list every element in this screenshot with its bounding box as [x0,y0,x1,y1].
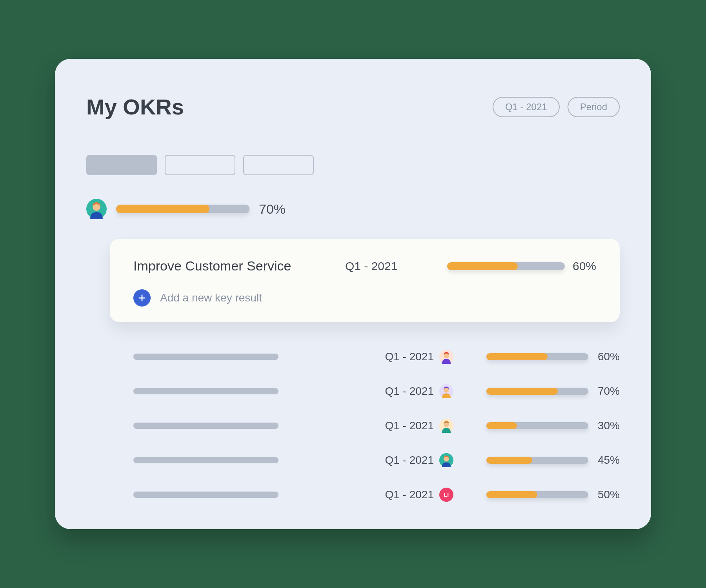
overall-progress-fill [116,205,209,213]
key-result-progress-percent: 30% [596,419,620,432]
objective-progress-percent: 60% [573,260,596,273]
key-result-title-placeholder [133,354,278,360]
key-result-progress-bar [486,353,588,360]
add-key-result-label: Add a new key result [160,292,262,304]
key-result-period: Q1 - 2021 [385,419,434,432]
okr-dashboard-card: My OKRs Q1 - 2021 Period 70% Improve Cus… [55,59,651,529]
objective-progress: 60% [447,260,596,273]
assignee-avatar [439,453,453,467]
key-result-progress-percent: 50% [596,488,620,501]
overall-progress-row: 70% [86,199,620,219]
key-result-title-placeholder [133,388,278,394]
key-result-progress-fill [486,422,517,429]
key-result-progress-bar [486,422,588,429]
key-result-progress: 50% [486,488,620,501]
assignee-cell [439,384,463,398]
tab-2[interactable] [165,155,235,175]
tab-1[interactable] [86,155,157,175]
assignee-cell: LI [439,488,463,502]
assignee-avatar [439,384,453,398]
header-pills: Q1 - 2021 Period [493,97,620,117]
key-result-progress-bar [486,388,588,395]
key-result-progress: 30% [486,419,620,432]
objective-card[interactable]: Improve Customer Service Q1 - 2021 60% A… [110,239,620,322]
key-result-progress-percent: 60% [596,350,620,363]
key-result-period: Q1 - 2021 [385,385,434,397]
key-result-progress-fill [486,457,532,464]
overall-progress-percent: 70% [259,201,286,217]
key-result-progress: 45% [486,454,620,466]
add-key-result-button[interactable]: Add a new key result [133,289,596,307]
tabs [86,155,620,175]
key-results-list: Q1 - 2021 60% Q1 - 2021 70% Q1 - 2021 [133,350,620,502]
assignee-avatar [439,350,453,364]
key-result-row[interactable]: Q1 - 2021 70% [133,384,620,398]
key-result-row[interactable]: Q1 - 2021 LI 50% [133,488,620,502]
key-result-row[interactable]: Q1 - 2021 60% [133,350,620,364]
objective-title: Improve Customer Service [133,258,345,274]
assignee-avatar [439,419,453,433]
objective-period: Q1 - 2021 [345,260,435,273]
key-result-period: Q1 - 2021 [385,454,434,466]
objective-row: Improve Customer Service Q1 - 2021 60% [133,258,596,274]
assignee-cell [439,453,463,467]
key-result-progress-percent: 45% [596,454,620,466]
overall-progress-bar [116,205,249,213]
key-result-period: Q1 - 2021 [385,350,434,363]
key-result-progress-percent: 70% [596,385,620,397]
key-result-progress-bar [486,457,588,464]
user-avatar [86,199,107,219]
tab-3[interactable] [243,155,314,175]
key-result-progress-fill [486,353,548,360]
key-result-row[interactable]: Q1 - 2021 30% [133,419,620,433]
page-title: My OKRs [86,94,184,120]
key-result-progress-fill [486,491,537,498]
assignee-cell [439,350,463,364]
key-result-title-placeholder [133,457,278,463]
key-result-title-placeholder [133,423,278,429]
objective-progress-bar [447,262,565,270]
key-result-title-placeholder [133,492,278,498]
key-result-progress: 70% [486,385,620,397]
key-result-progress: 60% [486,350,620,363]
key-result-period: Q1 - 2021 [385,488,434,501]
period-selector-pill[interactable]: Period [568,97,620,117]
key-result-row[interactable]: Q1 - 2021 45% [133,453,620,467]
objective-progress-fill [447,262,518,270]
header: My OKRs Q1 - 2021 Period [86,94,620,120]
key-result-progress-fill [486,388,558,395]
assignee-avatar: LI [439,488,453,502]
period-value-pill[interactable]: Q1 - 2021 [493,97,560,117]
plus-icon [133,289,151,307]
key-result-progress-bar [486,491,588,498]
assignee-cell [439,419,463,433]
